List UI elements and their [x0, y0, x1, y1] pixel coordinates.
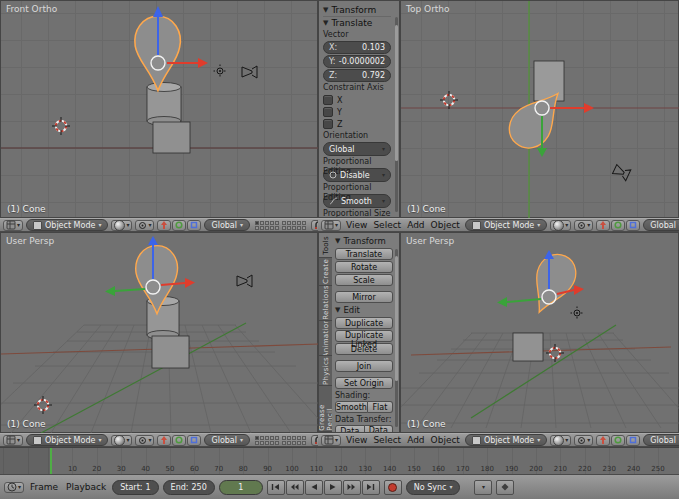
layers-widget[interactable] — [255, 221, 306, 230]
viewport-shading-dropdown[interactable]: ▾ — [550, 435, 571, 446]
snap-magnet-toggle[interactable] — [311, 435, 318, 446]
constraint-x-checkbox[interactable]: X — [323, 95, 391, 105]
vector-x-field[interactable]: X:0.103 — [323, 41, 391, 54]
orientation-select[interactable]: Global▾ — [323, 142, 391, 156]
editor-type-button[interactable]: ▾ — [321, 435, 341, 446]
view-menu[interactable]: View — [344, 220, 369, 230]
viewport-top-ortho[interactable]: Top Ortho (1) Cone — [400, 0, 679, 218]
add-menu[interactable]: Add — [405, 220, 426, 230]
manipulator-scale-toggle[interactable] — [626, 220, 640, 231]
playback-header[interactable]: ▾ Frame Playback Start:1 End:250 1 No Sy… — [0, 474, 679, 499]
camera-object[interactable] — [242, 66, 257, 78]
manipulator-translate-toggle[interactable] — [596, 220, 610, 231]
frame-menu[interactable]: Frame — [28, 482, 60, 492]
mirror-button[interactable]: Mirror — [335, 291, 393, 303]
tool-tab-physics[interactable]: Physics — [319, 356, 332, 386]
viewport-shading-dropdown[interactable]: ▾ — [111, 435, 132, 446]
timeline-editor-type-button[interactable]: ▾ — [4, 482, 24, 493]
keying-set-dropdown[interactable]: ▾ — [474, 480, 492, 495]
auto-keyframe-toggle[interactable] — [384, 480, 402, 495]
shade-flat-button[interactable]: Flat — [368, 401, 393, 413]
mode-dropdown[interactable]: Object Mode▾ — [26, 434, 108, 446]
manipulator-scale-toggle[interactable] — [187, 435, 201, 446]
mode-dropdown[interactable]: Object Mode▾ — [465, 434, 547, 446]
orientation-dropdown[interactable]: Global▾ — [204, 219, 250, 231]
sync-dropdown[interactable]: No Sync▾ — [406, 480, 461, 495]
proportional-falloff-select[interactable]: Smooth▾ — [323, 194, 391, 208]
viewport-user-persp-right[interactable]: User Persp (1) Cone — [400, 232, 679, 433]
current-frame-field[interactable]: 1 — [219, 480, 263, 495]
constraint-y-checkbox[interactable]: Y — [323, 107, 391, 117]
snap-magnet-toggle[interactable] — [311, 220, 318, 231]
select-menu[interactable]: Select — [371, 220, 403, 230]
edit-section-header[interactable]: ▼Edit — [335, 304, 393, 316]
viewport-shading-dropdown[interactable]: ▾ — [550, 220, 571, 231]
layers-widget[interactable] — [255, 436, 306, 445]
panel-scrollbar[interactable] — [395, 17, 398, 212]
duplicate-linked-button[interactable]: Duplicate Linked — [335, 330, 393, 342]
manipulator-scale-toggle[interactable] — [187, 220, 201, 231]
cube-object[interactable] — [534, 61, 564, 101]
viewport-header-bottom-left[interactable]: ▾ Object Mode▾ ▾ ▾ Global▾ — [0, 433, 318, 447]
tool-tab-relations[interactable]: Relations — [319, 286, 332, 321]
tool-tab-tools[interactable]: Tools — [319, 233, 332, 258]
orientation-dropdown[interactable]: Global▾ — [643, 219, 679, 231]
timeline[interactable]: 1020304050607080901001101201301401501601… — [0, 447, 679, 474]
start-frame-field[interactable]: Start:1 — [112, 480, 158, 495]
pivot-center-dropdown[interactable]: ▾ — [135, 435, 154, 446]
vector-z-field[interactable]: Z:0.792 — [323, 69, 391, 82]
tool-tab-grease-pencil[interactable]: Grease Pencil — [319, 386, 332, 432]
pivot-center-dropdown[interactable]: ▾ — [135, 220, 154, 231]
cube-object[interactable] — [152, 336, 189, 368]
set-origin-button[interactable]: Set Origin — [335, 377, 393, 389]
editor-type-button[interactable]: ▾ — [321, 220, 341, 231]
scale-button[interactable]: Scale — [335, 274, 393, 286]
end-frame-field[interactable]: End:250 — [163, 480, 215, 495]
rotate-button[interactable]: Rotate — [335, 261, 393, 273]
mode-dropdown[interactable]: Object Mode▾ — [26, 219, 108, 231]
viewport-front-ortho[interactable]: Front Ortho (1) Cone — [0, 0, 318, 218]
object-menu[interactable]: Object — [429, 435, 462, 445]
prev-keyframe-button[interactable] — [286, 480, 304, 495]
orientation-dropdown[interactable]: Global▾ — [643, 434, 679, 446]
proportional-editing-select[interactable]: Disable▾ — [323, 168, 391, 182]
viewport-header-top-right[interactable]: ▾ View Select Add Object Object Mode▾ ▾ … — [318, 218, 679, 232]
view-menu[interactable]: View — [344, 435, 369, 445]
tool-tab-animation[interactable]: Animation — [319, 321, 332, 356]
lamp-object[interactable] — [571, 307, 584, 320]
constraint-z-checkbox[interactable]: Z — [323, 119, 391, 129]
transform-panel-header[interactable]: ▼Transform — [323, 3, 391, 17]
manipulator-translate-toggle[interactable] — [596, 435, 610, 446]
manipulator-rotate-toggle[interactable] — [611, 220, 625, 231]
translate-operator-header[interactable]: ▼Translate — [323, 17, 391, 29]
pivot-center-dropdown[interactable]: ▾ — [574, 435, 593, 446]
duplicate-button[interactable]: Duplicate — [335, 317, 393, 329]
next-keyframe-button[interactable] — [343, 480, 361, 495]
delete-button[interactable]: Delete — [335, 343, 393, 355]
editor-type-button[interactable]: ▾ — [3, 435, 23, 446]
cylinder-object[interactable] — [147, 83, 181, 126]
camera-object[interactable] — [612, 164, 631, 181]
play-button[interactable] — [324, 480, 342, 495]
timeline-ruler-numbers[interactable]: 1020304050607080901001101201301401501601… — [0, 448, 679, 474]
playback-menu[interactable]: Playback — [64, 482, 108, 492]
play-reverse-button[interactable] — [305, 480, 323, 495]
select-menu[interactable]: Select — [371, 435, 403, 445]
orientation-dropdown[interactable]: Global▾ — [204, 434, 250, 446]
mode-dropdown[interactable]: Object Mode▾ — [465, 219, 547, 231]
editor-type-button[interactable]: ▾ — [3, 220, 23, 231]
add-menu[interactable]: Add — [405, 435, 426, 445]
viewport-shading-dropdown[interactable]: ▾ — [111, 220, 132, 231]
viewport-header-top-left[interactable]: ▾ Object Mode▾ ▾ ▾ Global▾ — [0, 218, 318, 232]
manipulator-translate-toggle[interactable] — [157, 435, 171, 446]
manipulator-rotate-toggle[interactable] — [611, 435, 625, 446]
data-layout-button[interactable]: Data Lay — [365, 425, 394, 432]
object-menu[interactable]: Object — [429, 220, 462, 230]
jump-to-end-button[interactable] — [362, 480, 380, 495]
shade-smooth-button[interactable]: Smooth — [335, 401, 368, 413]
join-button[interactable]: Join — [335, 360, 393, 372]
viewport-header-bottom-right[interactable]: ▾ View Select Add Object Object Mode▾ ▾ … — [318, 433, 679, 447]
camera-object[interactable] — [237, 275, 252, 287]
tool-tab-create[interactable]: Create — [319, 258, 332, 285]
manipulator-translate-toggle[interactable] — [157, 220, 171, 231]
